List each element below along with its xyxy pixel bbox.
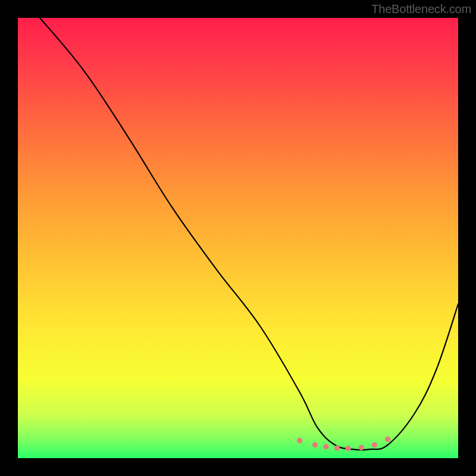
- plot-area: [18, 18, 458, 458]
- highlight-marker: [359, 445, 364, 450]
- chart-svg: [18, 18, 458, 458]
- highlight-marker: [372, 442, 377, 447]
- highlight-marker: [334, 445, 340, 450]
- highlight-marker: [312, 442, 318, 447]
- highlight-marker: [385, 437, 390, 442]
- highlight-marker: [297, 438, 302, 443]
- highlight-marker: [323, 444, 328, 449]
- watermark-text: TheBottleneck.com: [371, 2, 471, 16]
- gradient-background: [18, 18, 458, 458]
- highlight-marker: [345, 446, 350, 451]
